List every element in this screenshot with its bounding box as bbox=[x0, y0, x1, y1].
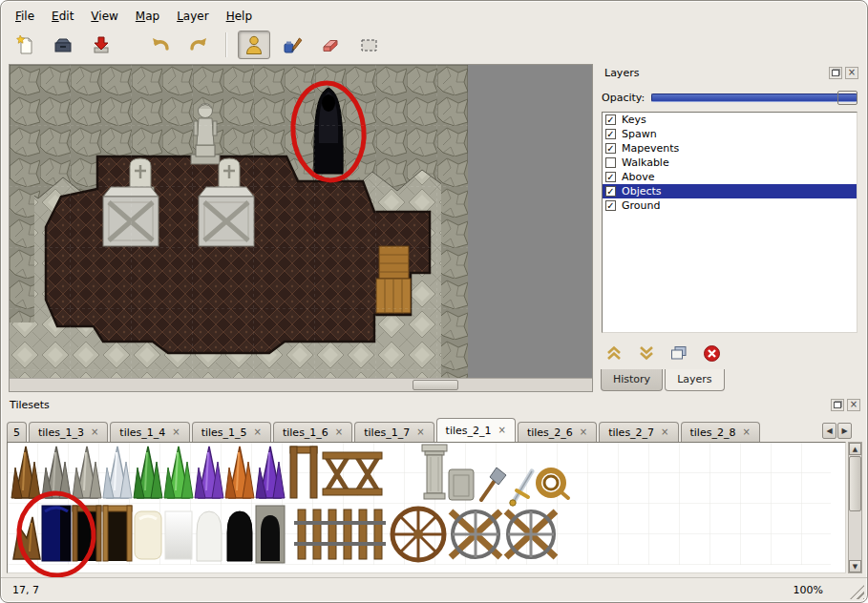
tab-scroll-right-button[interactable]: ▶ bbox=[837, 423, 852, 439]
menu-help[interactable]: Help bbox=[218, 7, 261, 26]
tileset-tab[interactable]: tiles_2_7 × bbox=[599, 422, 678, 442]
map-horizontal-scrollbar[interactable] bbox=[10, 378, 592, 391]
layer-row-above[interactable]: ✓ Above bbox=[603, 170, 857, 184]
layer-row-spawn[interactable]: ✓ Spawn bbox=[603, 127, 857, 141]
move-layer-up-button[interactable] bbox=[603, 343, 625, 364]
layer-actions-toolbar bbox=[603, 341, 722, 365]
opacity-row: Opacity: bbox=[602, 89, 857, 106]
tile-wheel-large[interactable] bbox=[392, 509, 444, 560]
layer-row-ground[interactable]: ✓ Ground bbox=[603, 198, 857, 213]
tile-cream[interactable] bbox=[135, 511, 161, 559]
tileset-tab[interactable]: tiles_2_8 × bbox=[681, 422, 760, 442]
tab-history[interactable]: History bbox=[601, 369, 663, 391]
tile-faint-arch[interactable] bbox=[197, 511, 222, 561]
close-tab-icon[interactable]: × bbox=[580, 427, 587, 437]
layer-checkbox[interactable]: ✓ bbox=[605, 186, 616, 197]
tileset-tab[interactable]: 5 bbox=[7, 422, 27, 442]
layer-row-objects[interactable]: ✓ Objects bbox=[603, 184, 857, 198]
undo-button[interactable] bbox=[144, 31, 177, 59]
layer-name: Spawn bbox=[622, 128, 657, 140]
tileset-tab[interactable]: tiles_1_7 × bbox=[354, 422, 434, 442]
tile-wheel-rail[interactable] bbox=[506, 511, 556, 557]
close-tab-icon[interactable]: × bbox=[498, 426, 505, 435]
select-tool-button[interactable] bbox=[352, 31, 385, 59]
close-tab-icon[interactable]: × bbox=[335, 427, 343, 437]
tileset-view bbox=[7, 442, 846, 573]
map-canvas[interactable] bbox=[10, 65, 592, 378]
tilesets-panel: Tilesets × 5 tiles_1_3 × tiles_1_4 × til… bbox=[5, 396, 863, 575]
move-layer-down-button[interactable] bbox=[636, 343, 657, 364]
eraser-tool-button[interactable] bbox=[314, 31, 347, 59]
layer-checkbox[interactable]: ✓ bbox=[605, 143, 616, 154]
layer-checkbox[interactable]: ✓ bbox=[605, 114, 616, 125]
layer-checkbox[interactable]: ✓ bbox=[605, 172, 616, 182]
tab-scroll-left-button[interactable]: ◀ bbox=[822, 423, 836, 439]
tile-grid-overlay bbox=[10, 65, 468, 378]
resize-grip[interactable] bbox=[850, 585, 864, 599]
tile-doorway-light[interactable] bbox=[103, 506, 132, 561]
save-button[interactable] bbox=[85, 31, 117, 59]
menu-map[interactable]: Map bbox=[127, 7, 168, 26]
scroll-down-button[interactable]: ▼ bbox=[849, 560, 861, 572]
panel-title: Layers bbox=[600, 67, 829, 79]
tileset-tab[interactable]: tiles_1_3 × bbox=[29, 422, 108, 442]
layer-checkbox[interactable]: ✓ bbox=[605, 129, 616, 139]
close-panel-icon[interactable]: × bbox=[845, 67, 858, 79]
layer-name: Mapevents bbox=[622, 142, 679, 155]
scrollbar-thumb[interactable] bbox=[849, 456, 861, 511]
close-tab-icon[interactable]: × bbox=[172, 427, 180, 437]
layer-checkbox[interactable]: ✓ bbox=[605, 200, 616, 211]
tileset-canvas[interactable] bbox=[8, 443, 831, 565]
actor-icon bbox=[244, 34, 264, 55]
redo-button[interactable] bbox=[182, 31, 215, 59]
opacity-slider[interactable] bbox=[651, 94, 857, 102]
tileset-tab-active[interactable]: tiles_2_1 × bbox=[436, 418, 516, 442]
tile-arch-gray[interactable] bbox=[256, 506, 285, 563]
scroll-up-button[interactable]: ▲ bbox=[849, 443, 861, 455]
opacity-label: Opacity: bbox=[602, 92, 651, 104]
delete-layer-button[interactable] bbox=[701, 343, 722, 364]
fill-tool-button[interactable] bbox=[276, 31, 308, 59]
tile-gray-door[interactable] bbox=[449, 469, 474, 500]
tab-label: History bbox=[613, 373, 650, 385]
tile-white-fade[interactable] bbox=[165, 511, 192, 559]
place-actor-tool-button[interactable] bbox=[238, 31, 270, 59]
selected-tile[interactable] bbox=[42, 506, 71, 561]
tileset-tab-label: tiles_2_7 bbox=[608, 426, 654, 439]
tileset-tab[interactable]: tiles_2_6 × bbox=[518, 422, 597, 442]
scrollbar-thumb[interactable] bbox=[413, 380, 458, 390]
tileset-tab-label: tiles_1_3 bbox=[38, 426, 84, 439]
new-map-button[interactable] bbox=[9, 31, 41, 59]
layer-name: Walkable bbox=[622, 156, 669, 169]
layer-row-mapevents[interactable]: ✓ Mapevents bbox=[603, 141, 857, 156]
detach-panel-icon[interactable] bbox=[831, 399, 844, 411]
tileset-vertical-scrollbar[interactable]: ▲ ▼ bbox=[848, 442, 862, 573]
tile-wheel-rail[interactable] bbox=[451, 511, 500, 557]
close-tab-icon[interactable]: × bbox=[742, 427, 750, 437]
close-tab-icon[interactable]: × bbox=[91, 427, 98, 437]
menu-view[interactable]: View bbox=[82, 7, 126, 26]
redo-icon bbox=[188, 34, 209, 55]
layer-checkbox[interactable] bbox=[605, 157, 616, 168]
close-tab-icon[interactable]: × bbox=[254, 427, 262, 437]
tileset-tab[interactable]: tiles_1_6 × bbox=[273, 422, 352, 442]
opacity-slider-handle[interactable] bbox=[837, 91, 857, 105]
tab-layers[interactable]: Layers bbox=[665, 369, 724, 391]
close-panel-icon[interactable]: × bbox=[847, 399, 860, 411]
status-bar: 17, 7 100% bbox=[1, 577, 867, 602]
layer-row-walkable[interactable]: Walkable bbox=[603, 156, 857, 170]
tileset-tab[interactable]: tiles_1_4 × bbox=[110, 422, 189, 442]
tileset-tab[interactable]: tiles_1_5 × bbox=[192, 422, 271, 442]
close-tab-icon[interactable]: × bbox=[661, 427, 668, 437]
layer-name: Keys bbox=[622, 114, 646, 126]
close-tab-icon[interactable]: × bbox=[416, 427, 424, 437]
menu-edit[interactable]: Edit bbox=[43, 7, 82, 26]
layer-row-keys[interactable]: ✓ Keys bbox=[603, 113, 857, 127]
open-button[interactable] bbox=[47, 31, 79, 59]
tileset-tab-label: 5 bbox=[13, 426, 20, 439]
menu-layer[interactable]: Layer bbox=[168, 7, 217, 26]
duplicate-layer-button[interactable] bbox=[668, 343, 689, 364]
detach-panel-icon[interactable] bbox=[829, 67, 842, 79]
tile-black-arch[interactable] bbox=[227, 511, 252, 561]
menu-file[interactable]: File bbox=[7, 7, 43, 26]
